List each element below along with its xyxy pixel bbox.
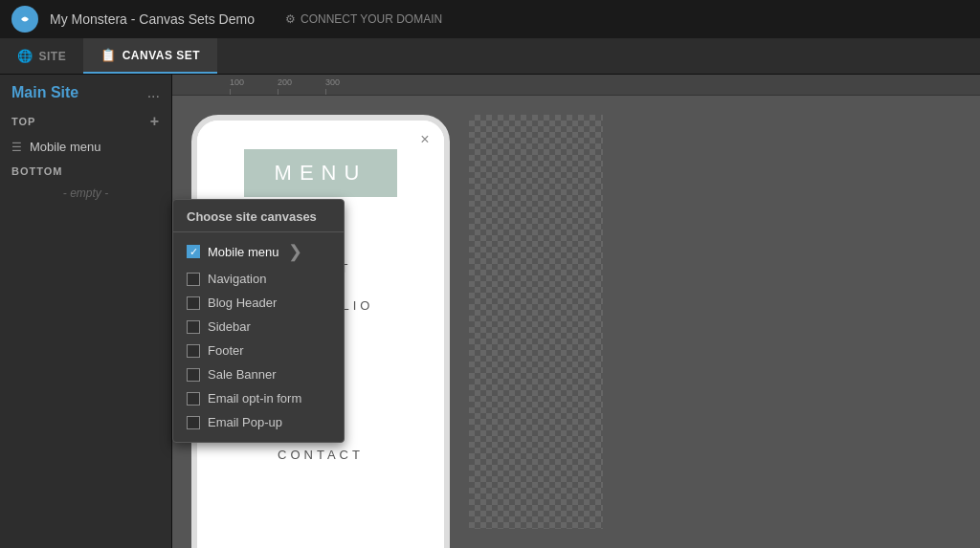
tabbar: 🌐 SITE 📋 CANVAS SET [0, 38, 980, 75]
cursor-indicator: ❯ [288, 241, 302, 262]
add-to-top-button[interactable]: + [150, 113, 160, 130]
topbar: My Monstera - Canvas Sets Demo ⚙ CONNECT… [0, 0, 980, 38]
sidebar-item-mobile-menu[interactable]: ☰ Mobile menu [0, 134, 171, 160]
ruler-mark-300: 300 [325, 77, 373, 95]
dropdown-item-sale-banner[interactable]: Sale Banner [173, 362, 344, 386]
checkbox-sale-banner[interactable] [187, 368, 200, 382]
checkbox-sidebar[interactable] [187, 320, 200, 334]
sidebar-section-bottom-title: BOTTOM [11, 165, 160, 177]
ruler-marks: 100 200 300 [230, 77, 373, 95]
mobile-menu-icon: ☰ [11, 141, 22, 154]
checkbox-blog-header[interactable] [187, 296, 200, 310]
sidebar-title: Main Site [11, 84, 78, 101]
right-panel [469, 115, 603, 529]
sidebar-section-top-title: TOP + [11, 113, 160, 130]
app-title: My Monstera - Canvas Sets Demo [50, 11, 255, 27]
ruler: 100 200 300 [172, 75, 980, 96]
sidebar: Main Site ... TOP + ☰ Mobile menu BOTTOM… [0, 75, 172, 548]
dropdown-item-email-popup[interactable]: Email Pop-up [173, 410, 344, 434]
dropdown-item-sidebar[interactable]: Sidebar [173, 315, 344, 339]
dropdown-item-email-optin[interactable]: Email opt-in form [173, 386, 344, 410]
main-layout: Main Site ... TOP + ☰ Mobile menu BOTTOM… [0, 75, 980, 548]
dropdown-item-navigation[interactable]: Navigation [173, 267, 344, 291]
menu-item-contact[interactable]: CONTACT [278, 440, 364, 470]
tab-canvas-set[interactable]: 📋 CANVAS SET [83, 38, 217, 74]
dropdown-title: Choose site canvases [173, 200, 344, 232]
ruler-tick [325, 89, 326, 95]
checkbox-mobile-menu[interactable]: ✓ [187, 245, 200, 258]
ruler-tick [230, 89, 231, 95]
checkbox-footer[interactable] [187, 344, 200, 358]
gear-icon: ⚙ [285, 12, 296, 26]
checkbox-email-optin[interactable] [187, 392, 200, 406]
menu-title: MENU [244, 149, 398, 197]
sidebar-section-top: TOP + [0, 107, 171, 134]
checkbox-email-popup[interactable] [187, 416, 200, 429]
connect-domain-button[interactable]: ⚙ CONNECT YOUR DOMAIN [285, 12, 442, 26]
sidebar-header: Main Site ... [0, 75, 171, 107]
canvas-set-icon: 📋 [100, 48, 117, 62]
ruler-mark-100: 100 [230, 77, 278, 95]
checkerboard-pattern [469, 115, 603, 529]
choose-canvases-dropdown: Choose site canvases ✓ Mobile menu ❯ Nav… [172, 199, 345, 443]
app-logo [11, 6, 38, 33]
dropdown-item-mobile-menu[interactable]: ✓ Mobile menu ❯ [173, 236, 344, 267]
ruler-mark-200: 200 [278, 77, 325, 95]
checkbox-navigation[interactable] [187, 273, 200, 286]
tab-site[interactable]: 🌐 SITE [0, 38, 83, 74]
sidebar-section-bottom: BOTTOM [0, 160, 171, 181]
close-button[interactable]: × [413, 128, 436, 151]
site-icon: 🌐 [17, 49, 33, 63]
sidebar-options-button[interactable]: ... [147, 84, 160, 101]
dropdown-item-footer[interactable]: Footer [173, 339, 344, 362]
dropdown-item-blog-header[interactable]: Blog Header [173, 291, 344, 315]
sidebar-empty-label: - empty - [0, 181, 171, 206]
ruler-tick [278, 89, 278, 95]
